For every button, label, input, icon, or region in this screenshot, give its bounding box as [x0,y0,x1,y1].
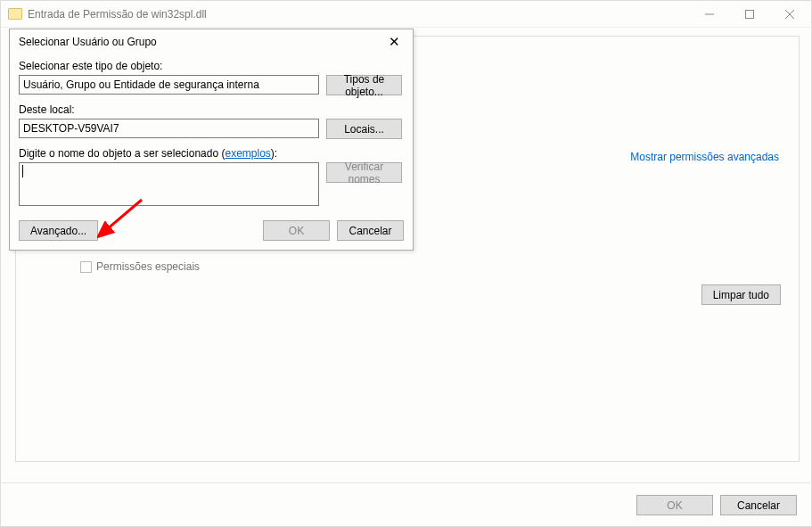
dialog-ok-button[interactable]: OK [263,220,330,241]
clear-all-button[interactable]: Limpar tudo [701,284,781,305]
special-permissions-label: Permissões especiais [96,260,200,273]
minimize-button[interactable] [689,1,729,27]
advanced-button[interactable]: Avançado... [19,220,98,241]
dialog-close-icon[interactable]: ✕ [381,31,407,53]
window-controls [689,1,809,27]
locations-button[interactable]: Locais... [326,119,402,139]
location-field[interactable] [19,119,319,138]
check-names-button[interactable]: Verificar nomes [326,162,402,183]
dialog-titlebar: Selecionar Usuário ou Grupo ✕ [10,29,413,54]
object-name-label: Digite o nome do objeto a ser selecionad… [19,147,404,160]
maximize-button[interactable] [729,1,769,27]
main-footer: OK Cancelar [636,495,797,515]
object-types-button[interactable]: Tipos de objeto... [326,75,402,95]
ok-button[interactable]: OK [636,495,713,515]
text-caret [22,165,23,177]
footer-separator [1,482,811,483]
dialog-body: Selecionar este tipo de objeto: Tipos de… [10,54,413,226]
window-title: Entrada de Permissão de win32spl.dll [28,8,689,21]
svg-rect-1 [745,10,753,18]
special-permissions-row: Permissões especiais [80,260,200,273]
dialog-title: Selecionar Usuário ou Grupo [19,36,157,48]
object-name-input[interactable] [19,162,319,206]
dialog-cancel-button[interactable]: Cancelar [337,220,404,241]
object-type-field[interactable] [19,75,319,95]
cancel-button[interactable]: Cancelar [720,495,797,515]
titlebar: Entrada de Permissão de win32spl.dll [1,1,811,28]
show-advanced-permissions-link[interactable]: Mostrar permissões avançadas [630,151,779,163]
close-button[interactable] [769,1,809,27]
select-user-group-dialog: Selecionar Usuário ou Grupo ✕ Selecionar… [9,29,414,251]
folder-icon [8,8,22,20]
special-permissions-checkbox[interactable] [80,261,92,273]
location-label: Deste local: [19,103,404,116]
object-type-label: Selecionar este tipo de objeto: [19,60,404,72]
examples-link[interactable]: exemplos [225,147,270,160]
dialog-footer: Avançado... OK Cancelar [19,220,404,241]
